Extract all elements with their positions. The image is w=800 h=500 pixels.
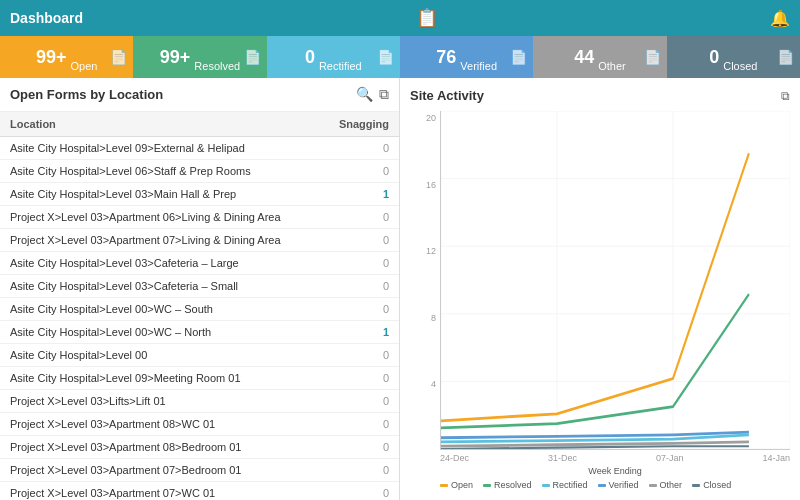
row-location: Asite City Hospital>Level 03>Cafeteria –… <box>10 280 319 292</box>
table-row[interactable]: Asite City Hospital>Level 03>Main Hall &… <box>0 183 399 206</box>
notification-bell-icon[interactable]: 🔔 <box>770 9 790 28</box>
stat-closed[interactable]: 0 Closed 📄 <box>667 36 800 78</box>
legend-other-label: Other <box>660 480 683 490</box>
row-location: Asite City Hospital>Level 09>External & … <box>10 142 319 154</box>
y-label-20: 20 <box>410 113 440 123</box>
row-value: 0 <box>319 395 389 407</box>
left-panel-header: Open Forms by Location 🔍 ⧉ <box>0 78 399 112</box>
legend-closed-dot <box>692 484 700 487</box>
search-icon[interactable]: 🔍 <box>356 86 373 103</box>
row-value: 1 <box>319 188 389 200</box>
row-value: 0 <box>319 349 389 361</box>
legend-verified: Verified <box>598 480 639 490</box>
legend-other-dot <box>649 484 657 487</box>
chart-title: Site Activity <box>410 88 484 103</box>
legend-resolved-label: Resolved <box>494 480 532 490</box>
chart-expand-icon[interactable]: ⧉ <box>781 89 790 103</box>
y-label-12: 12 <box>410 246 440 256</box>
stat-open[interactable]: 99+ Open 📄 <box>0 36 133 78</box>
row-value: 0 <box>319 303 389 315</box>
row-location: Project X>Level 03>Apartment 07>Living &… <box>10 234 319 246</box>
table-row[interactable]: Asite City Hospital>Level 00>WC – South0 <box>0 298 399 321</box>
table-row[interactable]: Asite City Hospital>Level 03>Cafeteria –… <box>0 275 399 298</box>
stat-verified[interactable]: 76 Verified 📄 <box>400 36 533 78</box>
legend-closed-label: Closed <box>703 480 731 490</box>
row-value: 0 <box>319 280 389 292</box>
stat-resolved-value: 99+ <box>160 47 191 68</box>
app-header: Dashboard 📋 🔔 <box>0 0 800 36</box>
stat-other-label: Other <box>598 60 626 78</box>
stat-other-icon: 📄 <box>644 49 661 65</box>
stat-resolved-icon: 📄 <box>244 49 261 65</box>
stat-resolved[interactable]: 99+ Resolved 📄 <box>133 36 266 78</box>
expand-icon[interactable]: ⧉ <box>379 86 389 103</box>
legend-rectified-label: Rectified <box>553 480 588 490</box>
row-value: 0 <box>319 211 389 223</box>
stat-closed-label: Closed <box>723 60 757 78</box>
stat-resolved-label: Resolved <box>194 60 240 78</box>
row-location: Project X>Level 03>Apartment 08>Bedroom … <box>10 441 319 453</box>
y-label-4: 4 <box>410 379 440 389</box>
y-label-8: 8 <box>410 313 440 323</box>
panel-actions: 🔍 ⧉ <box>356 86 389 103</box>
x-label-31dec: 31-Dec <box>548 453 577 463</box>
x-axis: 24-Dec 31-Dec 07-Jan 14-Jan <box>440 450 790 466</box>
row-location: Project X>Level 03>Lifts>Lift 01 <box>10 395 319 407</box>
legend-rectified-dot <box>542 484 550 487</box>
left-panel-title: Open Forms by Location <box>10 87 163 102</box>
stat-verified-label: Verified <box>460 60 497 78</box>
row-value: 0 <box>319 165 389 177</box>
table-row[interactable]: Project X>Level 03>Lifts>Lift 010 <box>0 390 399 413</box>
table-row[interactable]: Asite City Hospital>Level 00>WC – North1 <box>0 321 399 344</box>
row-location: Asite City Hospital>Level 09>Meeting Roo… <box>10 372 319 384</box>
row-value: 0 <box>319 464 389 476</box>
y-axis: 20 16 12 8 4 <box>410 111 440 450</box>
table-row[interactable]: Project X>Level 03>Apartment 08>Bedroom … <box>0 436 399 459</box>
row-location: Project X>Level 03>Apartment 07>Bedroom … <box>10 464 319 476</box>
row-value: 0 <box>319 487 389 499</box>
stat-rectified[interactable]: 0 Rectified 📄 <box>267 36 400 78</box>
chart-legend: Open Resolved Rectified Verified Other <box>440 480 790 490</box>
table-row[interactable]: Asite City Hospital>Level 000 <box>0 344 399 367</box>
stat-verified-value: 76 <box>436 47 456 68</box>
row-location: Asite City Hospital>Level 03>Main Hall &… <box>10 188 319 200</box>
stat-rectified-label: Rectified <box>319 60 362 78</box>
table-row[interactable]: Asite City Hospital>Level 06>Staff & Pre… <box>0 160 399 183</box>
row-value: 0 <box>319 257 389 269</box>
table-row[interactable]: Asite City Hospital>Level 09>Meeting Roo… <box>0 367 399 390</box>
stat-other[interactable]: 44 Other 📄 <box>533 36 666 78</box>
table-row[interactable]: Project X>Level 03>Apartment 06>Living &… <box>0 206 399 229</box>
row-value: 0 <box>319 441 389 453</box>
header-title: Dashboard <box>10 10 83 26</box>
table-row[interactable]: Asite City Hospital>Level 09>External & … <box>0 137 399 160</box>
main-content: Open Forms by Location 🔍 ⧉ Location Snag… <box>0 78 800 500</box>
row-value: 0 <box>319 142 389 154</box>
table-row[interactable]: Project X>Level 03>Apartment 07>Bedroom … <box>0 459 399 482</box>
table-header: Location Snagging <box>0 112 399 137</box>
row-value: 1 <box>319 326 389 338</box>
row-location: Asite City Hospital>Level 00>WC – North <box>10 326 319 338</box>
legend-closed: Closed <box>692 480 731 490</box>
legend-open-label: Open <box>451 480 473 490</box>
col-snagging-header: Snagging <box>319 118 389 130</box>
legend-verified-label: Verified <box>609 480 639 490</box>
left-panel: Open Forms by Location 🔍 ⧉ Location Snag… <box>0 78 400 500</box>
row-location: Asite City Hospital>Level 00>WC – South <box>10 303 319 315</box>
col-location-header: Location <box>10 118 319 130</box>
stat-verified-icon: 📄 <box>510 49 527 65</box>
y-label-16: 16 <box>410 180 440 190</box>
header-center-icon: 📋 <box>416 7 438 29</box>
table-row[interactable]: Project X>Level 03>Apartment 08>WC 010 <box>0 413 399 436</box>
table-row[interactable]: Asite City Hospital>Level 03>Cafeteria –… <box>0 252 399 275</box>
x-label-24dec: 24-Dec <box>440 453 469 463</box>
legend-resolved-dot <box>483 484 491 487</box>
chart-header: Site Activity ⧉ <box>410 88 790 103</box>
row-location: Asite City Hospital>Level 03>Cafeteria –… <box>10 257 319 269</box>
row-location: Project X>Level 03>Apartment 07>WC 01 <box>10 487 319 499</box>
table-row[interactable]: Project X>Level 03>Apartment 07>WC 010 <box>0 482 399 500</box>
x-axis-title: Week Ending <box>440 466 790 476</box>
chart-svg <box>441 111 790 449</box>
x-label-14jan: 14-Jan <box>762 453 790 463</box>
table-row[interactable]: Project X>Level 03>Apartment 07>Living &… <box>0 229 399 252</box>
table-body: Asite City Hospital>Level 09>External & … <box>0 137 399 500</box>
